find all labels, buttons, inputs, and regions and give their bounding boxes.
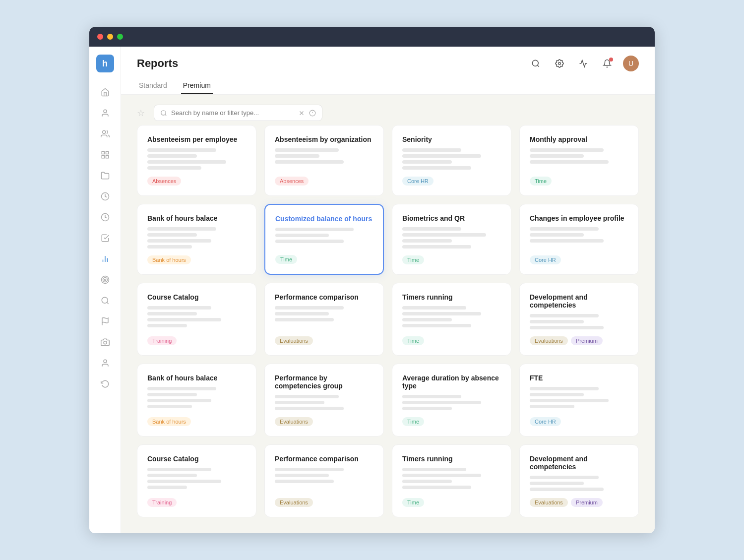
- svg-line-23: [165, 114, 167, 116]
- tag-evaluations[interactable]: Evaluations: [530, 498, 568, 507]
- sidebar-icon-check[interactable]: [96, 229, 114, 247]
- tabs: Standard Premium: [137, 77, 639, 94]
- search-bar-row: ☆: [121, 95, 655, 125]
- card-line: [530, 154, 584, 158]
- card-line: [402, 245, 471, 249]
- card-tags: Time: [402, 417, 501, 426]
- card-timers-running-2[interactable]: Timers running Time: [392, 444, 511, 517]
- sidebar-icon-people[interactable]: [96, 125, 114, 143]
- card-absenteeism-per-employee[interactable]: Absenteeism per employee Absences: [137, 125, 256, 196]
- sidebar-icon-person[interactable]: [96, 104, 114, 122]
- sidebar-icon-flag[interactable]: [96, 312, 114, 330]
- svg-point-18: [104, 360, 107, 363]
- search-bar-icons: [298, 110, 316, 117]
- tag-evaluations[interactable]: Evaluations: [275, 417, 313, 426]
- sidebar-icon-clock[interactable]: [96, 187, 114, 205]
- tag-evaluations[interactable]: Evaluations: [275, 336, 313, 345]
- tab-premium[interactable]: Premium: [181, 77, 213, 94]
- card-lines: [402, 395, 501, 410]
- tag-core-hr[interactable]: Core HR: [530, 255, 561, 264]
- tag-training[interactable]: Training: [147, 336, 177, 345]
- card-tags: Time: [530, 177, 628, 186]
- card-line: [147, 239, 211, 243]
- sidebar-icon-search[interactable]: [96, 292, 114, 310]
- tag-time[interactable]: Time: [530, 177, 552, 186]
- svg-rect-2: [102, 151, 104, 154]
- card-line: [275, 468, 344, 471]
- card-course-catalog[interactable]: Course Catalog Training: [137, 283, 256, 356]
- dot-red[interactable]: [97, 34, 103, 40]
- card-lines: [275, 228, 373, 243]
- card-customized-balance-of-hours[interactable]: Customized balance of hours Time: [264, 204, 384, 275]
- app-logo[interactable]: h: [96, 55, 114, 72]
- card-title: Changes in employee profile: [530, 214, 628, 222]
- card-line: [147, 312, 197, 315]
- search-input[interactable]: [171, 109, 290, 117]
- search-button[interactable]: [528, 56, 544, 71]
- card-changes-in-employee-profile[interactable]: Changes in employee profile Core HR: [519, 204, 639, 275]
- card-lines: [530, 227, 628, 243]
- sidebar-icon-target[interactable]: [96, 271, 114, 289]
- clear-search-icon[interactable]: [298, 110, 305, 117]
- tag-time[interactable]: Time: [275, 255, 297, 264]
- card-development-and-competencies-1[interactable]: Development and competencies Evaluations…: [519, 283, 639, 356]
- tag-bank[interactable]: Bank of hours: [147, 417, 191, 426]
- tag-core-hr[interactable]: Core HR: [530, 417, 561, 426]
- card-title: Performance comparison: [275, 455, 373, 463]
- sidebar-icon-home[interactable]: [96, 83, 114, 101]
- tag-core-hr[interactable]: Core HR: [402, 177, 434, 186]
- favorite-star-icon[interactable]: ☆: [137, 108, 145, 119]
- card-performance-by-competencies-group[interactable]: Performance by competencies group Evalua…: [264, 364, 384, 436]
- tag-time[interactable]: Time: [402, 417, 424, 426]
- sidebar-icon-clock2[interactable]: [96, 208, 114, 226]
- sidebar-icon-camera[interactable]: [96, 333, 114, 351]
- user-avatar[interactable]: U: [623, 56, 639, 71]
- sidebar-icon-person2[interactable]: [96, 354, 114, 372]
- tag-time[interactable]: Time: [402, 336, 424, 345]
- tag-time[interactable]: Time: [402, 255, 424, 264]
- card-average-duration-by-absence-type[interactable]: Average duration by absence type Time: [392, 364, 511, 436]
- tag-absences[interactable]: Absences: [147, 177, 181, 186]
- tab-standard[interactable]: Standard: [137, 77, 169, 94]
- tag-bank[interactable]: Bank of hours: [147, 255, 191, 264]
- sidebar-icon-folder[interactable]: [96, 167, 114, 185]
- card-line: [402, 318, 452, 321]
- settings-button[interactable]: [552, 56, 567, 71]
- dot-green[interactable]: [117, 34, 123, 40]
- card-performance-comparison-2[interactable]: Performance comparison Evaluations: [264, 444, 384, 517]
- tag-training[interactable]: Training: [147, 498, 177, 507]
- sidebar-icon-refresh[interactable]: [96, 375, 114, 393]
- card-line: [402, 154, 481, 158]
- sidebar-icon-graph[interactable]: [96, 250, 114, 268]
- analytics-button[interactable]: [575, 56, 591, 71]
- card-tags: Core HR: [530, 255, 628, 264]
- tag-premium[interactable]: Premium: [571, 498, 603, 507]
- card-monthly-approval[interactable]: Monthly approval Time: [519, 125, 639, 196]
- card-performance-comparison-1[interactable]: Performance comparison Evaluations: [264, 283, 384, 356]
- card-tags: Evaluations: [275, 417, 373, 426]
- card-line: [147, 405, 192, 408]
- tag-evaluations[interactable]: Evaluations: [275, 498, 313, 507]
- card-line: [275, 474, 329, 477]
- tag-premium[interactable]: Premium: [571, 336, 603, 345]
- sidebar-icon-chart[interactable]: [96, 146, 114, 164]
- card-seniority[interactable]: Seniority Core HR: [392, 125, 511, 196]
- info-icon[interactable]: [309, 110, 316, 117]
- card-fte[interactable]: FTE Core HR: [519, 364, 639, 436]
- notifications-button[interactable]: [599, 56, 615, 71]
- tag-evaluations[interactable]: Evaluations: [530, 336, 568, 345]
- tag-time[interactable]: Time: [402, 498, 424, 507]
- tag-absences[interactable]: Absences: [275, 177, 309, 186]
- dot-yellow[interactable]: [107, 34, 113, 40]
- card-timers-running-1[interactable]: Timers running Time: [392, 283, 511, 356]
- card-lines: [147, 306, 246, 327]
- card-bank-of-hours-balance-1[interactable]: Bank of hours balace Bank of hours: [137, 204, 256, 275]
- card-development-and-competencies-2[interactable]: Development and competencies Evaluations…: [519, 444, 639, 517]
- card-line: [147, 233, 197, 237]
- card-absenteeism-by-organization[interactable]: Absenteeism by organization Absences: [264, 125, 384, 196]
- card-biometrics-and-qr[interactable]: Biometrics and QR Time: [392, 204, 511, 275]
- card-bank-of-hours-balance-2[interactable]: Bank of hours balace Bank of hours: [137, 364, 256, 436]
- svg-point-17: [104, 341, 107, 344]
- card-title: Bank of hours balace: [147, 214, 246, 222]
- card-course-catalog-2[interactable]: Course Catalog Training: [137, 444, 256, 517]
